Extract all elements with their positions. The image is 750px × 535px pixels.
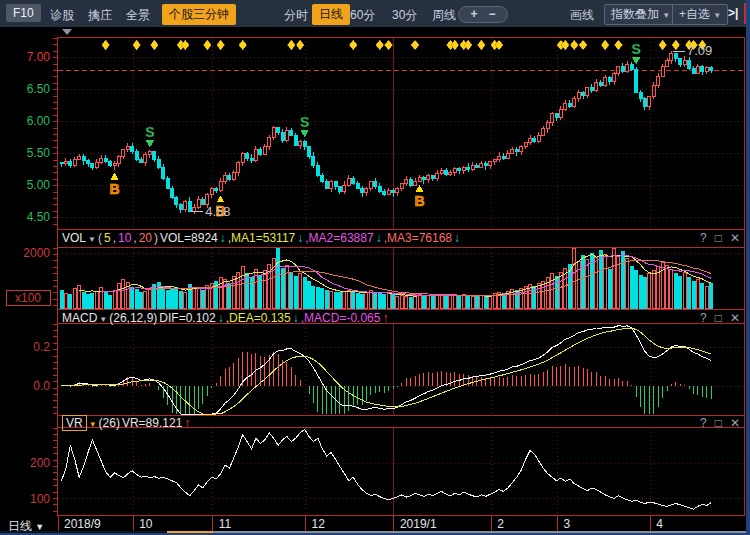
header-segment: ↓ [220,231,226,245]
svg-text:3: 3 [563,517,570,531]
header-segment: DIF=0.102 [159,311,215,325]
help-icon[interactable]: ? [700,231,707,245]
close-icon[interactable]: ✕ [730,231,740,245]
header-segment: 10 [118,231,131,245]
stock-chart-window: F10 诊股 擒庄 全景 个股三分钟 分时 日线 60分 30分 周线 ▼ +−… [0,0,750,535]
volume-panel-controls: ?□✕ [680,231,740,245]
svg-text:0.0: 0.0 [33,379,50,393]
svg-text:200: 200 [30,456,50,470]
chevron-down-icon: ▼ [99,315,107,324]
svg-text:2: 2 [497,517,504,531]
header-segment[interactable]: VOL [62,231,86,245]
svg-text:11: 11 [219,517,232,531]
header-segment: VOL=8924 [160,231,218,245]
maximize-icon[interactable]: □ [715,311,722,325]
header-segment: , [113,231,116,245]
header-segment: ↓ [297,231,303,245]
svg-text:x100: x100 [15,291,41,305]
macd-panel-header: MACD▼(26,12,9)DIF=0.102↓,DEA=0.135↓,MACD… [62,311,390,327]
svg-text:B: B [414,193,424,209]
svg-text:7.00: 7.00 [27,50,51,64]
svg-text:S: S [631,41,640,57]
svg-text:6.00: 6.00 [27,114,51,128]
macd-panel-controls: ?□✕ [680,311,740,325]
svg-text:B: B [109,181,119,197]
svg-text:S: S [300,114,309,130]
chart-layers: 7.006.506.005.505.004.50BBBSSS4.587.0920… [6,37,745,531]
header-segment: ,MA3=76168 [384,231,452,245]
header-segment: ,MA2=63887 [305,231,373,245]
svg-text:4.50: 4.50 [27,210,51,224]
vr-panel-controls: ?□✕ [680,416,740,430]
header-segment[interactable]: VR [62,415,87,431]
header-segment: ↓ [293,311,299,325]
chevron-down-icon: ▼ [89,420,97,429]
chevron-down-icon: ▼ [88,235,96,244]
svg-text:2000: 2000 [23,246,50,260]
header-segment: ↑ [184,416,190,430]
svg-text:10: 10 [139,517,153,531]
svg-text:0.2: 0.2 [33,340,50,354]
header-segment: ,MACD=-0.065 [301,311,381,325]
svg-text:4: 4 [656,517,663,531]
svg-text:12: 12 [312,517,326,531]
svg-text:7.09: 7.09 [687,43,712,58]
vr-panel-header: VR▼(26)VR=89.121↑ [62,416,192,432]
header-segment[interactable]: MACD [62,311,97,325]
svg-text:6.50: 6.50 [27,82,51,96]
close-icon[interactable]: ✕ [730,311,740,325]
svg-text:100: 100 [30,492,50,506]
header-segment: ↓ [218,311,224,325]
svg-text:2019/1: 2019/1 [400,517,437,531]
header-segment: , [133,231,136,245]
help-icon[interactable]: ? [700,311,707,325]
volume-panel-header: VOL▼(5,10,20)VOL=8924↓,MA1=53117↓,MA2=63… [62,231,462,247]
close-icon[interactable]: ✕ [730,416,740,430]
svg-text:5.00: 5.00 [27,178,51,192]
header-segment: ,DEA=0.135 [226,311,291,325]
header-segment: ) [154,231,158,245]
header-segment: 5 [104,231,111,245]
header-segment: ,MA1=53117 [228,231,296,245]
window-border-right [746,0,750,535]
svg-text:4.58: 4.58 [205,204,230,219]
chart-svg: 7.006.506.005.505.004.50BBBSSS4.587.0920… [0,0,750,535]
header-segment: ↓ [376,231,382,245]
header-segment: 20 [139,231,152,245]
header-segment: ↑ [382,311,388,325]
maximize-icon[interactable]: □ [715,231,722,245]
svg-text:S: S [145,124,154,140]
header-segment: ( [98,231,102,245]
header-segment: VR=89.121 [122,416,182,430]
header-segment: (26,12,9) [109,311,157,325]
svg-text:2018/9: 2018/9 [64,517,101,531]
help-icon[interactable]: ? [700,416,707,430]
maximize-icon[interactable]: □ [715,416,722,430]
svg-text:5.50: 5.50 [27,146,51,160]
header-segment: ↓ [454,231,460,245]
header-segment: (26) [99,416,120,430]
